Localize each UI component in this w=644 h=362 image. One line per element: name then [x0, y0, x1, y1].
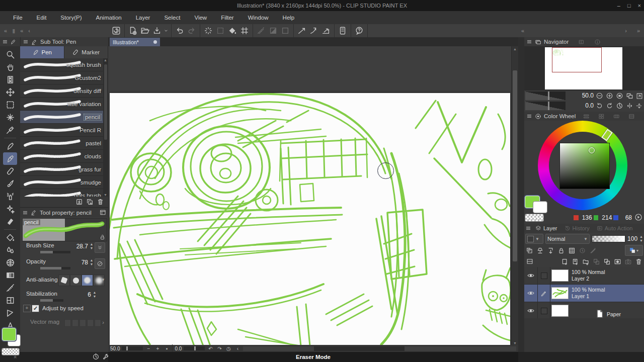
stabilization-value[interactable]: 6 — [88, 291, 91, 298]
menu-window[interactable]: Window — [241, 15, 276, 21]
move-layer-tool[interactable] — [3, 86, 17, 99]
new-layer-folder-icon[interactable] — [581, 256, 591, 266]
canvas-paper[interactable] — [110, 93, 510, 346]
duplicate-subtool-icon[interactable] — [86, 198, 94, 206]
canvas-tab[interactable]: Illustration* — [110, 38, 160, 46]
reset-rotation-button[interactable]: ◷ — [225, 346, 232, 351]
close-button[interactable]: × — [638, 3, 641, 9]
operation-tool[interactable] — [3, 73, 17, 86]
menu-select[interactable]: Select — [157, 15, 187, 21]
opacity-spinner[interactable]: ▲▼ — [89, 258, 94, 267]
new-raster-layer-icon[interactable] — [559, 256, 570, 266]
zoom-tool[interactable] — [3, 48, 17, 61]
fill-tool[interactable] — [3, 231, 17, 244]
layer-editing-icon[interactable] — [538, 285, 550, 302]
menu-animation[interactable]: Animation — [89, 15, 129, 21]
minimize-button[interactable]: – — [617, 3, 620, 9]
adjust-by-speed-checkbox[interactable]: ✓ — [32, 305, 39, 312]
rotate-left-button[interactable]: ↶ — [207, 346, 214, 351]
navigator-rotate-value[interactable]: 0.0 — [574, 102, 594, 109]
sv-selector[interactable] — [589, 147, 595, 153]
open-file-icon[interactable] — [139, 25, 151, 36]
airbrush-tool[interactable] — [3, 190, 17, 203]
snap-fill-icon[interactable] — [267, 25, 279, 36]
menu-layer[interactable]: Layer — [129, 15, 157, 21]
snap-to-special-ruler-icon[interactable] — [308, 25, 320, 36]
menu-filter[interactable]: Filter — [214, 15, 241, 21]
tool-property-menu-icon[interactable] — [22, 210, 28, 216]
delete-layer-icon[interactable] — [633, 256, 644, 266]
blend-mode-dropdown[interactable]: Normal▼ — [545, 234, 590, 244]
nav-reset-rotation-button[interactable] — [615, 101, 624, 111]
layer-palette-color-dropdown[interactable]: ▼ — [525, 234, 543, 244]
selection-tool[interactable] — [3, 99, 17, 111]
menu-view[interactable]: View — [187, 15, 214, 21]
transparent-color-swatch[interactable] — [2, 348, 20, 355]
transfer-to-lower-layer-icon[interactable] — [591, 256, 602, 266]
new-vector-layer-icon[interactable] — [570, 256, 581, 266]
nav-rotate-left-button[interactable] — [595, 101, 604, 111]
canvas-rotation-slider[interactable] — [184, 346, 205, 350]
ruler-tool[interactable] — [3, 282, 17, 294]
brush-size-value[interactable]: 28.7 — [76, 243, 88, 250]
canvas-tab-modified-icon[interactable] — [153, 40, 157, 44]
clip-studio-logo-icon[interactable] — [110, 25, 122, 36]
layer-thumbnail[interactable] — [551, 287, 569, 299]
snap-off-icon[interactable] — [255, 25, 267, 36]
menu-edit[interactable]: Edit — [30, 15, 54, 21]
brush-item-density-diff[interactable]: density diff — [20, 84, 103, 98]
lock-transparent-pixels-icon[interactable] — [567, 245, 577, 255]
anti-aliasing-weak[interactable] — [70, 275, 82, 286]
brush-item-pencil[interactable]: pencil — [20, 111, 103, 124]
zoom-fit-button[interactable]: ▪ — [163, 346, 170, 351]
expand-panel-icon[interactable]: › — [625, 28, 627, 34]
deselect-icon[interactable] — [202, 25, 214, 36]
panel-splitter[interactable] — [518, 37, 524, 352]
brush-tool[interactable] — [3, 177, 17, 190]
opacity-value[interactable]: 78 — [82, 259, 88, 266]
nav-zoom-in-button[interactable] — [605, 91, 614, 101]
frame-border-tool[interactable] — [3, 294, 17, 307]
save-options-icon[interactable] — [163, 25, 169, 36]
navigator-zoom-value[interactable]: 50.0 — [574, 92, 594, 99]
gradient-tool[interactable] — [3, 269, 17, 282]
brush-item-grass-fur[interactable]: grass fur — [20, 163, 103, 176]
crop-canvas-icon[interactable] — [238, 25, 251, 36]
pen-tool[interactable] — [3, 140, 17, 152]
brush-item-smudge[interactable]: smudge — [20, 176, 103, 189]
layer-visibility-icon[interactable] — [524, 302, 538, 319]
color-slider-tab-icon[interactable] — [583, 113, 590, 120]
transparent-swatch[interactable] — [525, 214, 544, 222]
layer-visibility-icon[interactable] — [524, 267, 538, 284]
canvas-horizontal-scrollbar[interactable] — [243, 346, 516, 351]
vector-magnet-expand-icon[interactable]: › — [102, 319, 104, 325]
nav-zoom-out-button[interactable] — [595, 91, 604, 101]
navigator-preview[interactable] — [524, 46, 644, 90]
delete-subtool-icon[interactable] — [97, 198, 104, 206]
layer-panel-menu-icon[interactable] — [525, 225, 531, 231]
redo-icon[interactable] — [186, 25, 198, 36]
decoration-tool[interactable] — [3, 203, 17, 215]
opacity-effect-button[interactable] — [95, 258, 105, 269]
create-layer-mask-icon[interactable] — [612, 256, 623, 266]
subtool-tab-pen[interactable]: Pen — [20, 46, 64, 58]
navigator-view-rectangle[interactable] — [552, 47, 602, 72]
expand-all-icon[interactable]: » — [637, 28, 640, 34]
layer-checkbox[interactable] — [538, 267, 550, 284]
snap-area-icon[interactable] — [279, 25, 291, 36]
tool-property-dock-icon[interactable] — [100, 209, 106, 216]
color-set-tab-icon[interactable] — [598, 113, 605, 120]
import-subtool-icon[interactable] — [75, 198, 83, 206]
information-tab-icon[interactable] — [594, 39, 601, 45]
layer-opacity-spinner[interactable]: ▲▼ — [639, 235, 643, 243]
anti-aliasing-none[interactable] — [58, 275, 70, 286]
brush-item-pastel[interactable]: pastel — [20, 137, 103, 150]
layer-opacity-value[interactable]: 100 — [627, 235, 637, 242]
layer-row-layer-2[interactable]: 100 % NormalLayer 2 — [524, 267, 644, 285]
canvas-vertical-scrollbar[interactable]: ▲ ▼ — [511, 46, 518, 346]
navigator-zoom-slider[interactable] — [525, 92, 566, 100]
layer-checkbox[interactable] — [538, 302, 550, 319]
layer-opacity-slider[interactable] — [592, 235, 625, 242]
brush-item-pencil-r[interactable]: Pencil R — [20, 124, 103, 137]
zoom-out-button[interactable]: − — [145, 346, 152, 351]
